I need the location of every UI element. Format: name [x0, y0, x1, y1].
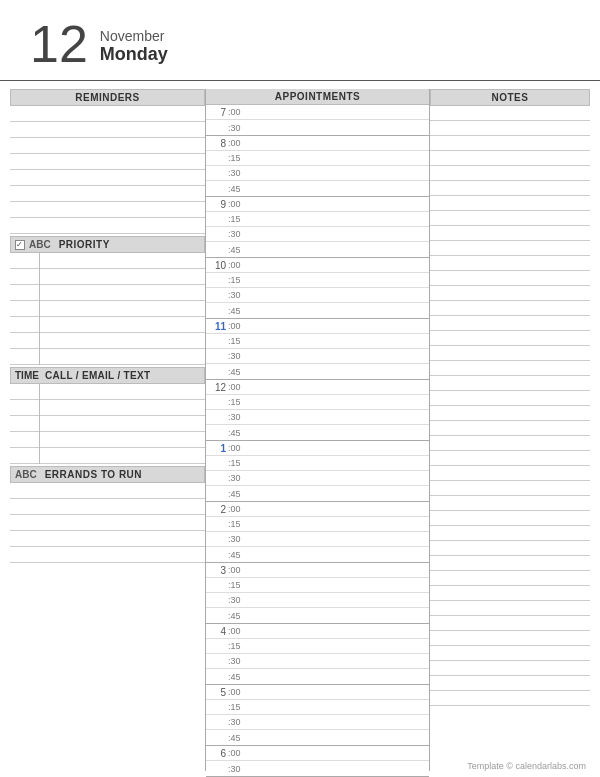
appt-line [246, 181, 429, 196]
appt-min-label: :45 [228, 733, 246, 743]
appt-slot: :15 [206, 517, 429, 532]
appt-line [246, 273, 429, 287]
errands-header: ABC ERRANDS TO RUN [10, 466, 205, 483]
appt-line [246, 746, 429, 760]
notes-line [430, 181, 590, 196]
appt-min-label: :30 [228, 595, 246, 605]
reminder-line [10, 186, 205, 202]
notes-line [430, 421, 590, 436]
appt-slot: :30 [206, 532, 429, 547]
reminder-line [10, 170, 205, 186]
notes-line [430, 466, 590, 481]
appt-line [246, 258, 429, 272]
appt-slot: :15 [206, 578, 429, 593]
appt-slot: :30 [206, 715, 429, 730]
appt-line [246, 532, 429, 546]
call-line [40, 416, 205, 432]
appt-line [246, 502, 429, 516]
appt-hour-num: 11 [206, 321, 228, 332]
priority-line [40, 317, 205, 333]
appt-min-label: :15 [228, 336, 246, 346]
weekday-label: Monday [100, 44, 168, 66]
appt-slot: :45 [206, 425, 429, 440]
appt-min-label: :00 [228, 107, 246, 117]
notes-line [430, 511, 590, 526]
call-main-label: CALL / EMAIL / TEXT [45, 370, 150, 381]
appt-min-label: :45 [228, 184, 246, 194]
appointments-header: APPOINTMENTS [206, 89, 429, 105]
appt-line [246, 120, 429, 135]
appt-min-label: :45 [228, 245, 246, 255]
appt-hour-num: 8 [206, 138, 228, 149]
appt-slot: :30 [206, 120, 429, 135]
appt-line [246, 685, 429, 699]
call-line [10, 448, 39, 464]
appt-line [246, 639, 429, 653]
appt-slot: :45 [206, 242, 429, 257]
appt-line [246, 151, 429, 165]
notes-line [430, 361, 590, 376]
notes-line [430, 556, 590, 571]
appt-min-label: :45 [228, 306, 246, 316]
appt-line [246, 669, 429, 684]
notes-line [430, 196, 590, 211]
appt-line [246, 547, 429, 562]
appt-slot: 10:00 [206, 258, 429, 273]
appt-hour-num: 5 [206, 687, 228, 698]
notes-line [430, 166, 590, 181]
appt-min-label: :15 [228, 153, 246, 163]
appt-min-label: :00 [228, 260, 246, 270]
notes-line [430, 106, 590, 121]
reminders-section: REMINDERS [10, 89, 205, 234]
priority-section: ABC PRIORITY [10, 236, 205, 365]
priority-checkbox[interactable] [15, 240, 25, 250]
notes-line [430, 241, 590, 256]
errands-section: ABC ERRANDS TO RUN [10, 466, 205, 563]
priority-line [40, 269, 205, 285]
priority-cols [10, 253, 205, 365]
appt-line [246, 303, 429, 318]
appt-min-label: :15 [228, 275, 246, 285]
call-line [10, 400, 39, 416]
notes-line [430, 451, 590, 466]
reminder-line [10, 218, 205, 234]
appt-hour-num: 7 [206, 107, 228, 118]
appt-min-label: :15 [228, 641, 246, 651]
priority-col-narrow [10, 253, 40, 365]
appt-hour-group: 2:00:15:30:45 [206, 502, 429, 563]
appt-slot: 8:00 [206, 136, 429, 151]
appt-line [246, 730, 429, 745]
appt-min-label: :00 [228, 443, 246, 453]
appt-slot: :45 [206, 730, 429, 745]
errands-line [10, 531, 205, 547]
errands-label: ERRANDS TO RUN [45, 469, 142, 480]
notes-line [430, 616, 590, 631]
appt-slot: :30 [206, 410, 429, 425]
priority-line [10, 333, 39, 349]
notes-line [430, 301, 590, 316]
appt-min-label: :15 [228, 214, 246, 224]
appt-min-label: :30 [228, 764, 246, 774]
appt-slot: :15 [206, 212, 429, 227]
call-line [10, 432, 39, 448]
appt-line [246, 197, 429, 211]
call-line [40, 400, 205, 416]
call-header: TIME CALL / EMAIL / TEXT [10, 367, 205, 384]
appt-line [246, 563, 429, 577]
appt-min-label: :45 [228, 611, 246, 621]
call-col-wide [40, 384, 205, 464]
appt-line [246, 105, 429, 119]
appt-min-label: :15 [228, 702, 246, 712]
appt-slot: 9:00 [206, 197, 429, 212]
appt-line [246, 578, 429, 592]
reminders-lines [10, 106, 205, 234]
priority-line [40, 301, 205, 317]
appt-hour-group: 11:00:15:30:45 [206, 319, 429, 380]
notes-line [430, 601, 590, 616]
appt-line [246, 136, 429, 150]
month-label: November [100, 28, 168, 45]
appt-line [246, 364, 429, 379]
call-line [10, 384, 39, 400]
right-column: NOTES [430, 89, 590, 771]
appt-slot: :45 [206, 547, 429, 562]
